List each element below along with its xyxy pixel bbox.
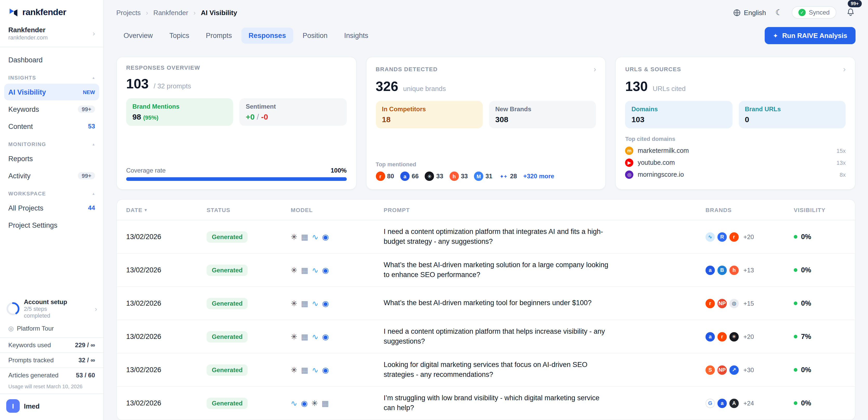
table-row[interactable]: 13/02/2026Generated✳▦∿◉What’s the best A…	[117, 254, 855, 287]
tab-overview[interactable]: Overview	[116, 28, 160, 44]
breadcrumb-item[interactable]: AI Visibility	[201, 8, 237, 17]
visibility-value: 7%	[801, 333, 811, 340]
brands-suffix: unique brands	[403, 85, 446, 92]
top-cited-domains-label: Top cited domains	[625, 136, 846, 142]
coverage-bar-fill	[126, 177, 346, 181]
brands-detected-card: BRANDS DETECTED › 326 unique brands In C…	[366, 57, 606, 190]
table-header: DATE▾STATUSMODELPROMPTBRANDSVISIBILITY	[117, 200, 855, 220]
cell-model: ∿◉✳▦	[291, 399, 384, 407]
chevron-up-icon: ▴	[92, 142, 95, 147]
sidebar-item-reports[interactable]: Reports	[4, 150, 99, 167]
sidebar-item-all-projects[interactable]: All Projects44	[4, 200, 99, 216]
sidebar-item-ai-visibility[interactable]: AI VisibilityNEW	[4, 84, 99, 100]
dark-mode-toggle[interactable]: ☾	[775, 8, 782, 17]
sidebar-item-project-settings[interactable]: Project Settings	[4, 217, 99, 233]
tab-prompts[interactable]: Prompts	[198, 28, 239, 44]
sidebar-section-header[interactable]: WORKSPACE▴	[0, 185, 103, 199]
model-wave-icon: ∿	[312, 266, 318, 274]
model-wave-icon: ∿	[312, 366, 318, 374]
cell-status: Generated	[207, 331, 291, 342]
brands-count: 326	[376, 79, 398, 94]
sidebar-item-badge: 99+	[78, 106, 95, 113]
sidebar-item-keywords[interactable]: Keywords99+	[4, 101, 99, 117]
favicon-reddit-icon: r	[706, 299, 715, 308]
favicon-ahrefs-icon: a	[706, 265, 715, 275]
more-brands-link[interactable]: +320 more	[523, 173, 554, 180]
visibility-value: 0%	[801, 366, 811, 374]
run-raive-analysis-button[interactable]: ✦ Run RAIVE Analysis	[765, 27, 856, 44]
tab-insights[interactable]: Insights	[337, 28, 376, 44]
breadcrumb-item[interactable]: Projects	[116, 8, 141, 17]
favicon-dark-a-icon: A	[730, 398, 739, 408]
model-grid-icon: ▦	[301, 266, 308, 274]
stat-label: Brand URLs	[745, 106, 839, 113]
cell-model: ✳▦∿◉	[291, 266, 384, 274]
cell-visibility: 0%	[794, 266, 846, 274]
logo[interactable]: rankfender	[0, 0, 103, 23]
chevron-right-icon[interactable]: ›	[843, 64, 846, 73]
status-badge: Generated	[207, 331, 248, 342]
urls-count: 130	[625, 79, 648, 94]
responses-count: 103	[126, 76, 149, 91]
column-header-brands: BRANDS	[706, 206, 794, 213]
sidebar-item-dashboard[interactable]: Dashboard	[4, 52, 99, 68]
top-header: Projects›Rankfender›AI Visibility Englis…	[104, 0, 868, 25]
cell-status: Generated	[207, 231, 291, 243]
favicon-semrush-icon: S	[706, 365, 715, 374]
sync-status-badge[interactable]: ✓ Synced	[792, 6, 836, 19]
workspace-selector[interactable]: Rankfender rankfender.com ›	[0, 23, 103, 47]
cell-date: 13/02/2026	[126, 233, 207, 241]
platform-tour-button[interactable]: ◎ Platform Tour	[0, 323, 103, 337]
sentiment-negative: -0	[261, 112, 268, 121]
favicon-google-icon: G	[706, 398, 715, 408]
chevron-right-icon[interactable]: ›	[594, 64, 596, 73]
visibility-dot	[794, 401, 797, 405]
column-header-date[interactable]: DATE▾	[126, 206, 207, 213]
favicon-moz-icon: M	[474, 171, 483, 181]
brand-urls-value: 0	[745, 115, 839, 124]
tab-position[interactable]: Position	[296, 28, 335, 44]
mention-count: 33	[436, 173, 443, 180]
favicon-ahrefs-icon: a	[706, 332, 715, 341]
model-grid-icon: ▦	[321, 399, 329, 407]
cited-domain-row[interactable]: ◎morningscore.io8x	[625, 170, 846, 179]
responses-table: DATE▾STATUSMODELPROMPTBRANDSVISIBILITY 1…	[116, 199, 856, 420]
favicon-marketermilk-icon: m	[625, 147, 633, 155]
globe-icon	[733, 8, 741, 17]
table-row[interactable]: 13/02/2026Generated✳▦∿◉Looking for digit…	[117, 354, 855, 387]
urls-sources-card: URLS & SOURCES › 130 URLs cited Domains …	[615, 57, 856, 190]
cited-domain-row[interactable]: ▶youtube.com13x	[625, 159, 846, 167]
logo-text: rankfender	[22, 7, 66, 18]
language-selector[interactable]: English	[733, 8, 766, 17]
table-row[interactable]: 13/02/2026Generated✳▦∿◉What’s the best A…	[117, 287, 855, 320]
sidebar-item-activity[interactable]: Activity99+	[4, 167, 99, 184]
tab-topics[interactable]: Topics	[162, 28, 197, 44]
tab-responses[interactable]: Responses	[241, 28, 293, 44]
mention-count: 31	[486, 173, 492, 180]
sidebar-item-label: Content	[8, 122, 33, 130]
user-name: Imed	[24, 402, 40, 410]
cited-domain-row[interactable]: mmarketermilk.com15x	[625, 147, 846, 155]
favicon-hubspot-icon: h	[450, 171, 459, 181]
workspace-text: Rankfender rankfender.com	[8, 26, 48, 40]
breadcrumb-item[interactable]: Rankfender	[153, 8, 188, 17]
account-setup-progress-label: 2/5 steps completed	[24, 305, 68, 320]
table-row[interactable]: 13/02/2026Generated✳▦∿◉I need a content …	[117, 220, 855, 254]
sidebar-section-header[interactable]: INSIGHTS▴	[0, 68, 103, 83]
responses-suffix: / 32 prompts	[154, 82, 191, 90]
favicon-reddit-icon: r	[376, 171, 385, 181]
cell-prompt: What’s the best AI-driven marketing tool…	[384, 299, 612, 308]
usage-row: Keywords used229 / ∞	[0, 337, 103, 353]
visibility-value: 0%	[801, 266, 811, 274]
notifications-button[interactable]: 99+	[846, 6, 856, 19]
sidebar-item-content[interactable]: Content53	[4, 118, 99, 135]
top-mentioned-list: r80a66✳33h33M31✦+28 +320 more	[376, 171, 596, 181]
table-row[interactable]: 13/02/2026Generated∿◉✳▦I’m struggling wi…	[117, 387, 855, 420]
user-menu[interactable]: I Imed	[0, 393, 103, 420]
cell-status: Generated	[207, 397, 291, 409]
account-setup-card[interactable]: Account setup 2/5 steps completed ›	[0, 294, 103, 323]
domains-stat: Domains 103	[625, 101, 733, 129]
sidebar-section-header[interactable]: MONITORING▴	[0, 135, 103, 150]
table-row[interactable]: 13/02/2026Generated✳▦∿◉I need a content …	[117, 320, 855, 354]
sidebar-item-badge: NEW	[83, 89, 95, 95]
